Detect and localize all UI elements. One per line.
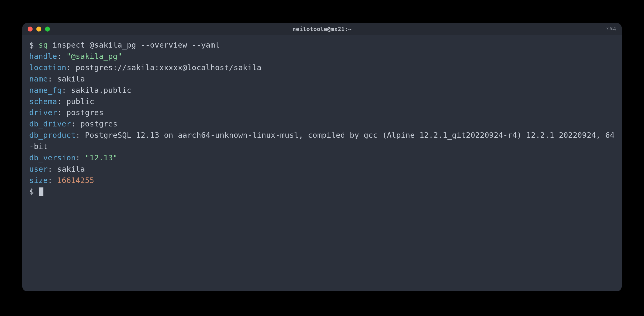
yaml-value: sakila bbox=[57, 165, 85, 174]
yaml-key: user bbox=[29, 165, 48, 174]
prompt-symbol: $ bbox=[29, 187, 34, 196]
yaml-value: postgres://sakila:xxxxx@localhost/sakila bbox=[76, 63, 261, 72]
output-driver: driver: postgres bbox=[29, 107, 615, 118]
prompt-line[interactable]: $ bbox=[29, 186, 615, 197]
yaml-value: PostgreSQL 12.13 on aarch64-unknown-linu… bbox=[29, 131, 615, 151]
yaml-key: db_driver bbox=[29, 119, 71, 128]
output-schema: schema: public bbox=[29, 96, 615, 107]
yaml-key: location bbox=[29, 63, 66, 72]
yaml-value: "@sakila_pg" bbox=[66, 52, 122, 61]
yaml-key: name_fq bbox=[29, 86, 62, 95]
yaml-value: postgres bbox=[66, 108, 103, 117]
minimize-icon[interactable] bbox=[36, 27, 41, 32]
colon: : bbox=[57, 108, 66, 117]
yaml-value: 16614255 bbox=[57, 176, 94, 185]
yaml-value: sakila bbox=[57, 74, 85, 83]
yaml-value: postgres bbox=[80, 119, 117, 128]
yaml-key: driver bbox=[29, 108, 57, 117]
colon: : bbox=[48, 176, 57, 185]
terminal-body[interactable]: $ sq inspect @sakila_pg --overview --yam… bbox=[22, 35, 622, 202]
traffic-lights bbox=[28, 27, 50, 32]
window-shortcut-hint: ⌥⌘4 bbox=[606, 26, 616, 32]
output-user: user: sakila bbox=[29, 164, 615, 175]
command-name: sq bbox=[38, 40, 48, 49]
yaml-value: sakila.public bbox=[71, 86, 132, 95]
output-name: name: sakila bbox=[29, 73, 615, 85]
colon: : bbox=[48, 74, 57, 83]
colon: : bbox=[76, 131, 85, 140]
colon: : bbox=[62, 86, 71, 95]
command-args: inspect @sakila_pg --overview --yaml bbox=[48, 40, 220, 49]
yaml-value: "12.13" bbox=[85, 153, 118, 162]
close-icon[interactable] bbox=[28, 27, 33, 32]
colon: : bbox=[57, 52, 66, 61]
yaml-key: db_version bbox=[29, 153, 76, 162]
colon: : bbox=[48, 165, 57, 174]
colon: : bbox=[66, 63, 76, 72]
colon: : bbox=[57, 97, 66, 106]
colon: : bbox=[71, 119, 80, 128]
output-name-fq: name_fq: sakila.public bbox=[29, 85, 615, 96]
yaml-key: size bbox=[29, 176, 48, 185]
yaml-value: public bbox=[66, 97, 94, 106]
window-title: neilotoole@mx21:~ bbox=[292, 26, 351, 32]
terminal-window: neilotoole@mx21:~ ⌥⌘4 $ sq inspect @saki… bbox=[22, 23, 622, 291]
cursor-icon bbox=[39, 187, 43, 196]
output-size: size: 16614255 bbox=[29, 175, 615, 186]
command-line: $ sq inspect @sakila_pg --overview --yam… bbox=[29, 39, 615, 51]
yaml-key: handle bbox=[29, 52, 57, 61]
colon: : bbox=[76, 153, 85, 162]
output-db-version: db_version: "12.13" bbox=[29, 152, 615, 164]
output-db-product: db_product: PostgreSQL 12.13 on aarch64-… bbox=[29, 130, 615, 152]
yaml-key: schema bbox=[29, 97, 57, 106]
titlebar: neilotoole@mx21:~ ⌥⌘4 bbox=[22, 23, 622, 35]
prompt-symbol: $ bbox=[29, 40, 34, 49]
yaml-key: db_product bbox=[29, 131, 76, 140]
output-db-driver: db_driver: postgres bbox=[29, 118, 615, 130]
output-location: location: postgres://sakila:xxxxx@localh… bbox=[29, 62, 615, 73]
yaml-key: name bbox=[29, 74, 48, 83]
maximize-icon[interactable] bbox=[45, 27, 50, 32]
output-handle: handle: "@sakila_pg" bbox=[29, 51, 615, 62]
